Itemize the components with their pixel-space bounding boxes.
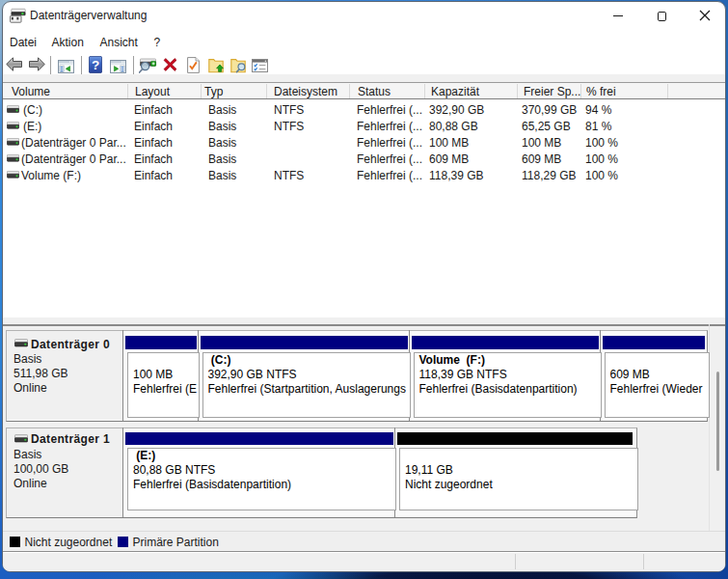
svg-text:?: ? (92, 58, 99, 72)
